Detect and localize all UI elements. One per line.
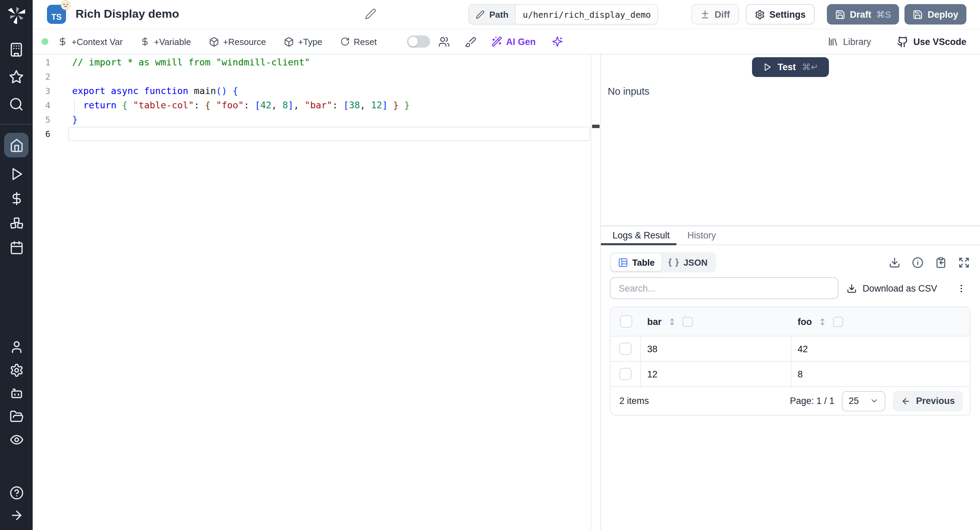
help-icon[interactable] xyxy=(8,484,24,501)
row-checkbox[interactable] xyxy=(619,343,632,355)
expand-sidebar-arrow-icon[interactable] xyxy=(8,507,24,523)
column-filter-toggle[interactable] xyxy=(682,316,693,327)
view-json-segment[interactable]: { } JSON xyxy=(662,254,714,271)
view-table-segment[interactable]: Table xyxy=(611,254,662,271)
add-resource-button[interactable]: +Resource xyxy=(208,37,266,47)
play-icon xyxy=(762,63,772,72)
copy-to-clipboard-icon[interactable] xyxy=(935,257,947,268)
row-checkbox[interactable] xyxy=(619,368,632,380)
code-line[interactable]: 2 xyxy=(33,69,600,84)
language-badge: TS xyxy=(47,5,66,24)
download-icon xyxy=(847,283,857,293)
favorites-star-icon[interactable] xyxy=(8,69,24,85)
home-icon xyxy=(9,138,24,152)
path-label-segment[interactable]: Path xyxy=(469,5,516,24)
add-variable-button[interactable]: +Variable xyxy=(140,37,191,47)
draft-shortcut: ⌘S xyxy=(876,9,891,19)
draft-button[interactable]: Draft ⌘S xyxy=(827,4,899,24)
resources-boxes-icon[interactable] xyxy=(8,215,24,231)
diff-label: Diff xyxy=(714,9,730,19)
add-type-button[interactable]: +Type xyxy=(284,37,323,47)
add-context-var-button[interactable]: +Context Var xyxy=(58,37,123,47)
settings-button[interactable]: Settings xyxy=(746,4,815,24)
code-line[interactable]: 4 return { "table-col": { "foo": [42, 8]… xyxy=(33,98,600,112)
view-table-label: Table xyxy=(632,257,655,267)
audit-logs-eye-icon[interactable] xyxy=(8,431,24,448)
select-all-checkbox[interactable] xyxy=(620,315,632,328)
column-header-foo[interactable]: foo xyxy=(798,316,812,327)
toggle-knob xyxy=(408,37,417,46)
save-icon xyxy=(913,9,923,19)
current-line-highlight xyxy=(68,127,590,141)
download-csv-button[interactable]: Download as CSV xyxy=(847,283,937,293)
sort-icon[interactable] xyxy=(668,317,676,326)
search-icon[interactable] xyxy=(8,96,24,112)
table-row[interactable]: 38 42 xyxy=(611,336,970,361)
info-icon[interactable] xyxy=(912,257,924,268)
editor-scrollbar[interactable] xyxy=(591,54,600,530)
top-header: TS Rich Display demo Path u/henri/rich_d… xyxy=(33,0,980,29)
reset-label: Reset xyxy=(353,37,377,47)
users-icon[interactable] xyxy=(438,36,450,47)
sidebar-item-home[interactable] xyxy=(4,133,29,157)
code-line-active[interactable]: 6 xyxy=(33,127,600,141)
library-label: Library xyxy=(843,37,871,47)
column-filter-toggle[interactable] xyxy=(833,316,843,327)
page-indicator: Page: 1 / 1 xyxy=(790,396,834,406)
variables-dollar-icon[interactable] xyxy=(8,190,24,206)
gear-icon xyxy=(754,9,765,19)
add-type-label: +Type xyxy=(298,37,323,47)
sidebar xyxy=(0,0,33,530)
workspace-building-icon[interactable] xyxy=(8,42,24,58)
deploy-button[interactable]: Deploy xyxy=(904,4,966,24)
expand-fullscreen-icon[interactable] xyxy=(958,257,970,268)
edit-title-pencil-icon[interactable] xyxy=(365,8,376,20)
sparkles-icon[interactable] xyxy=(552,36,563,47)
search-input[interactable] xyxy=(610,277,838,299)
tab-logs-and-result[interactable]: Logs & Result xyxy=(612,226,670,244)
line-number: 3 xyxy=(33,84,72,98)
download-result-icon[interactable] xyxy=(889,257,900,268)
package-icon xyxy=(208,37,219,47)
column-header-bar[interactable]: bar xyxy=(647,316,662,327)
test-label: Test xyxy=(778,62,796,72)
code-line[interactable]: 1 // import * as wmill from "windmill-cl… xyxy=(33,55,600,69)
path-field[interactable]: Path u/henri/rich_display_demo xyxy=(468,4,659,24)
sort-icon[interactable] xyxy=(818,317,827,326)
multiplayer-toggle[interactable] xyxy=(407,35,430,48)
draft-label: Draft xyxy=(850,9,872,19)
tab-history[interactable]: History xyxy=(687,226,716,244)
inputs-pane: Test ⌘↵ No inputs xyxy=(601,54,980,225)
users-person-icon[interactable] xyxy=(8,338,24,355)
chevron-down-icon xyxy=(870,396,878,405)
more-options-kebab-icon[interactable] xyxy=(956,283,966,293)
page-size-select[interactable]: 25 xyxy=(842,391,885,411)
package-icon xyxy=(284,37,294,47)
result-table: bar foo xyxy=(610,307,970,415)
ai-gen-button[interactable]: AI Gen xyxy=(491,36,536,47)
path-value[interactable]: u/henri/rich_display_demo xyxy=(516,5,657,24)
use-vscode-button[interactable]: Use VScode xyxy=(897,36,966,47)
deploy-label: Deploy xyxy=(928,9,958,19)
library-button[interactable]: Library xyxy=(827,36,871,47)
format-brush-icon[interactable] xyxy=(465,36,476,47)
code-editor[interactable]: 1 // import * as wmill from "windmill-cl… xyxy=(33,54,600,530)
test-button[interactable]: Test ⌘↵ xyxy=(752,57,829,77)
code-line[interactable]: 3 export async function main() { xyxy=(33,84,600,98)
table-row[interactable]: 12 8 xyxy=(611,361,970,386)
library-icon xyxy=(827,36,838,47)
windmill-logo-icon[interactable] xyxy=(7,5,25,24)
results-pane: Logs & Result History Table xyxy=(601,225,980,530)
previous-page-button[interactable]: Previous xyxy=(893,391,963,411)
schedules-calendar-icon[interactable] xyxy=(8,239,24,255)
right-panel: Test ⌘↵ No inputs Logs & Result History xyxy=(601,54,980,530)
table-icon xyxy=(618,257,628,267)
workers-robot-icon[interactable] xyxy=(8,385,24,401)
folders-icon[interactable] xyxy=(8,408,24,425)
runs-play-icon[interactable] xyxy=(8,166,24,182)
reset-button[interactable]: Reset xyxy=(340,37,377,47)
code-line[interactable]: 5 } xyxy=(33,112,600,127)
braces-icon: { } xyxy=(668,257,679,267)
diff-button[interactable]: Diff xyxy=(692,4,739,24)
settings-gear-icon[interactable] xyxy=(8,362,24,378)
